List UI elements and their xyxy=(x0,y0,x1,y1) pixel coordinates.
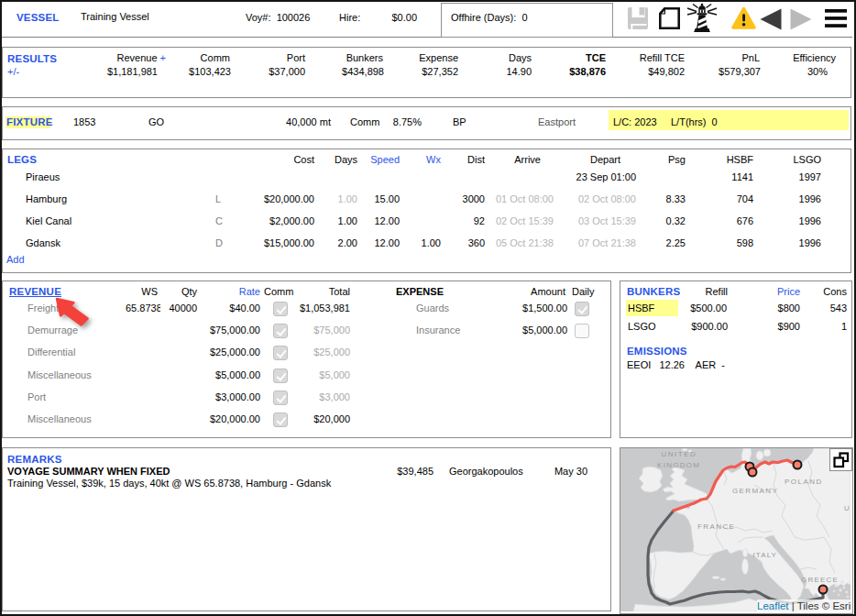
svg-text:GERMANY: GERMANY xyxy=(732,487,778,495)
svg-text:FRANCE: FRANCE xyxy=(697,522,735,531)
svg-text:POLAND: POLAND xyxy=(785,478,823,486)
svg-text:ITALY: ITALY xyxy=(753,551,778,559)
svg-text:KINGDOM: KINGDOM xyxy=(657,461,700,469)
svg-text:GREECE: GREECE xyxy=(801,576,839,584)
svg-text:U: U xyxy=(844,504,850,512)
svg-text:UNITED: UNITED xyxy=(662,450,697,458)
